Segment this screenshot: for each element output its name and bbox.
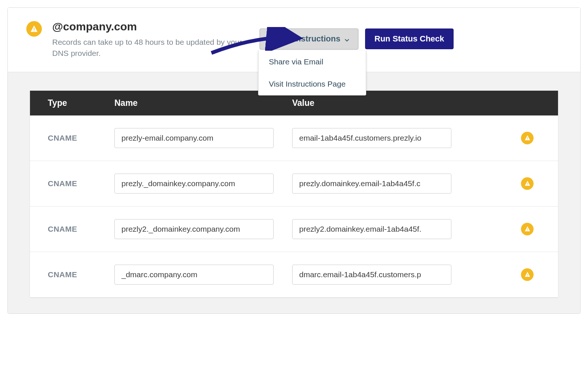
share-instructions-button[interactable]: Share Instructions — [260, 28, 358, 50]
warning-icon — [521, 177, 534, 190]
table-row: CNAME _dmarc.company.com dmarc.email-1ab… — [30, 252, 558, 297]
table-row: CNAME prezly2._domainkey.company.com pre… — [30, 207, 558, 252]
record-type: CNAME — [48, 270, 114, 279]
record-name-field[interactable]: prezly-email.company.com — [114, 128, 274, 148]
record-name-field[interactable]: prezly2._domainkey.company.com — [114, 219, 274, 239]
record-type: CNAME — [48, 134, 114, 142]
table-row: CNAME prezly-email.company.com email-1ab… — [30, 115, 558, 161]
record-value-field[interactable]: prezly.domainkey.email-1ab4a45f.c — [292, 174, 451, 194]
header-actions: Share Instructions Share via Email Visit… — [260, 28, 454, 50]
run-status-check-button[interactable]: Run Status Check — [365, 28, 453, 49]
dns-table-section: Type Name Value CNAME prezly-email.compa… — [8, 72, 580, 313]
share-instructions-label: Share Instructions — [269, 34, 340, 43]
share-dropdown: Share via Email Visit Instructions Page — [258, 51, 366, 95]
record-value-field[interactable]: prezly2.domainkey.email-1ab4a45f. — [292, 219, 451, 239]
dns-table: Type Name Value CNAME prezly-email.compa… — [30, 91, 558, 297]
col-header-value: Value — [292, 98, 514, 108]
record-type: CNAME — [48, 179, 114, 188]
record-value-field[interactable]: email-1ab4a45f.customers.prezly.io — [292, 128, 451, 148]
warning-icon — [521, 268, 534, 281]
record-name-field[interactable]: _dmarc.company.com — [114, 265, 274, 285]
domain-subtitle: Records can take up to 48 hours to be up… — [52, 37, 260, 59]
warning-icon — [521, 223, 534, 235]
header-text: @company.com Records can take up to 48 h… — [52, 20, 260, 59]
col-header-status — [514, 98, 540, 108]
dropdown-visit-page[interactable]: Visit Instructions Page — [258, 73, 366, 95]
record-type: CNAME — [48, 225, 114, 234]
domain-status-icon — [26, 21, 42, 37]
domain-title: @company.com — [52, 20, 260, 33]
chevron-down-icon — [345, 34, 349, 44]
dropdown-share-email[interactable]: Share via Email — [258, 51, 366, 73]
record-value-field[interactable]: dmarc.email-1ab4a45f.customers.p — [292, 265, 451, 285]
table-row: CNAME prezly._domainkey.company.com prez… — [30, 161, 558, 207]
warning-icon — [26, 21, 42, 37]
dns-settings-panel: @company.com Records can take up to 48 h… — [7, 7, 581, 314]
col-header-name: Name — [114, 98, 292, 108]
panel-header: @company.com Records can take up to 48 h… — [8, 8, 580, 72]
warning-icon — [521, 132, 534, 144]
record-name-field[interactable]: prezly._domainkey.company.com — [114, 174, 274, 194]
col-header-type: Type — [48, 98, 114, 108]
